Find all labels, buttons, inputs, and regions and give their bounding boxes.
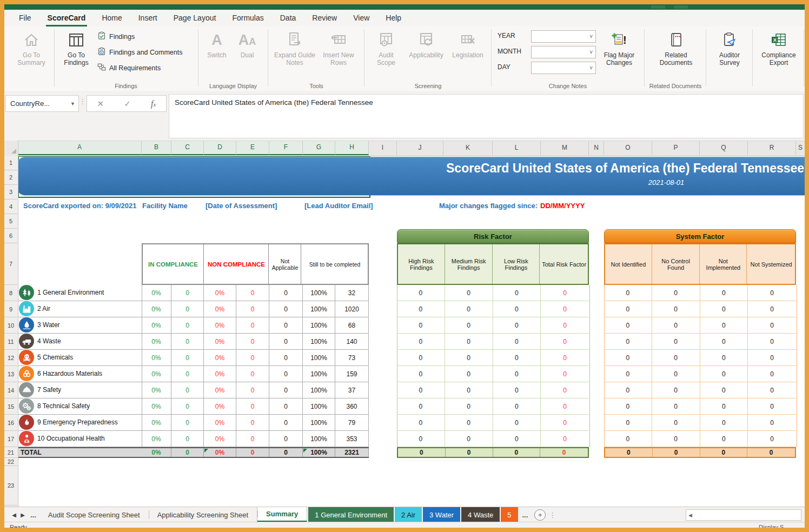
row-header-3[interactable]: 3 <box>4 185 17 200</box>
system-cell[interactable]: 0 <box>700 415 748 431</box>
risk-cell[interactable]: 0 <box>493 398 541 415</box>
compliance-cell[interactable]: 0 <box>269 382 303 398</box>
system-header-cell[interactable]: Not Identified <box>605 244 652 284</box>
risk-cell[interactable]: 0 <box>397 382 445 398</box>
risk-cell[interactable]: 0 <box>493 366 541 382</box>
compliance-cell[interactable]: 0 <box>236 285 269 301</box>
system-cell[interactable]: 0 <box>700 398 748 415</box>
compliance-cell[interactable]: 0 <box>269 415 303 431</box>
system-total-cell[interactable]: 0 <box>653 448 700 457</box>
category-row-water[interactable]: 3 Water <box>18 317 142 334</box>
row-header-4[interactable]: 4 <box>4 200 17 214</box>
compliance-cell[interactable]: 79 <box>335 415 369 431</box>
system-cell[interactable]: 0 <box>748 285 796 301</box>
compliance-cell[interactable]: 0% <box>204 285 236 301</box>
column-header-L[interactable]: L <box>493 141 541 155</box>
flagged-since-label[interactable]: Major changes flagged since: <box>439 202 538 210</box>
risk-header-cell[interactable]: High Risk Findings <box>398 244 445 284</box>
risk-header-cell[interactable]: Medium Risk Findings <box>446 244 493 284</box>
non-compliance-header-cell[interactable]: NON COMPLIANCE <box>204 244 269 284</box>
horizontal-scrollbar[interactable]: ◀ <box>686 509 801 521</box>
row-header-10[interactable]: 10 <box>4 317 17 334</box>
category-row-occupational-health[interactable]: 10 Occupational Health <box>18 431 142 447</box>
row-header-21[interactable]: 21 <box>4 447 17 458</box>
compliance-cell[interactable]: 1020 <box>335 301 369 317</box>
compliance-cell[interactable]: 100% <box>303 382 335 398</box>
month-dropdown[interactable]: ˅ <box>531 46 596 58</box>
column-header-K[interactable]: K <box>443 141 493 155</box>
system-cell[interactable]: 0 <box>604 317 652 334</box>
risk-cell[interactable]: 0 <box>397 301 445 317</box>
enter-check-icon[interactable]: ✓ <box>124 99 131 109</box>
system-total-cell[interactable]: 0 <box>747 448 795 457</box>
column-header-G[interactable]: G <box>303 141 335 155</box>
flagged-since-value[interactable]: DD/MM/YYYY <box>540 202 585 210</box>
system-cell[interactable]: 0 <box>652 301 700 317</box>
exported-on-text[interactable]: ScoreCard exported on: 9/09/2021 <box>23 202 137 210</box>
total-compliance-cell[interactable]: 0 <box>269 448 303 457</box>
column-header-Q[interactable]: Q <box>700 141 748 155</box>
system-header-cell[interactable]: No Control Found <box>653 244 700 284</box>
compliance-cell[interactable]: 0 <box>269 431 303 447</box>
risk-cell[interactable]: 0 <box>541 301 589 317</box>
compliance-cell[interactable]: 0 <box>171 301 204 317</box>
sheet-overflow-right[interactable]: ... <box>519 507 532 522</box>
system-cell[interactable]: 0 <box>652 334 700 350</box>
risk-cell[interactable]: 0 <box>397 285 445 301</box>
row-header-12[interactable]: 12 <box>4 350 17 366</box>
findings-and-comments-button[interactable]: Findings and Comments <box>97 47 182 57</box>
ribbon-tab-file[interactable]: File <box>11 10 39 26</box>
compliance-cell[interactable]: 0 <box>171 366 204 382</box>
compliance-cell[interactable]: 100% <box>303 301 335 317</box>
row-header-23[interactable]: 23 <box>4 466 17 506</box>
risk-cell[interactable]: 0 <box>493 334 541 350</box>
compliance-cell[interactable]: 0% <box>204 415 236 431</box>
sheet-nav-left-icon[interactable]: ◀ <box>10 507 18 522</box>
compliance-cell[interactable]: 0 <box>269 301 303 317</box>
column-header-M[interactable]: M <box>541 141 589 155</box>
compliance-cell[interactable]: 100% <box>303 317 335 334</box>
risk-cell[interactable]: 0 <box>541 285 589 301</box>
system-cell[interactable]: 0 <box>604 285 652 301</box>
compliance-cell[interactable]: 100% <box>303 431 335 447</box>
system-cell[interactable]: 0 <box>700 334 748 350</box>
name-box-dropdown-icon[interactable]: ▼ <box>70 101 78 107</box>
column-header-F[interactable]: F <box>269 141 303 155</box>
risk-cell[interactable]: 0 <box>493 285 541 301</box>
row-header-14[interactable]: 14 <box>4 382 17 398</box>
risk-cell[interactable]: 0 <box>541 398 589 415</box>
scroll-left-icon[interactable]: ◀ <box>686 513 692 518</box>
in-compliance-header-cell[interactable]: IN COMPLIANCE <box>143 244 204 284</box>
compliance-cell[interactable]: 0 <box>269 366 303 382</box>
ribbon-tab-insert[interactable]: Insert <box>130 10 165 26</box>
compliance-cell[interactable]: 0% <box>142 415 171 431</box>
system-cell[interactable]: 0 <box>748 301 796 317</box>
column-header-R[interactable]: R <box>748 141 796 155</box>
system-header-cell[interactable]: Not Implemented <box>700 244 747 284</box>
risk-cell[interactable]: 0 <box>541 366 589 382</box>
ribbon-tab-view[interactable]: View <box>345 10 377 26</box>
risk-cell[interactable]: 0 <box>397 350 445 366</box>
system-cell[interactable]: 0 <box>604 398 652 415</box>
category-row-waste[interactable]: 4 Waste <box>18 334 142 350</box>
risk-cell[interactable]: 0 <box>541 317 589 334</box>
system-factor-banner[interactable]: System Factor <box>604 229 796 243</box>
compliance-cell[interactable]: 0% <box>204 317 236 334</box>
risk-cell[interactable]: 0 <box>397 415 445 431</box>
compliance-cell[interactable]: 0% <box>142 301 171 317</box>
compliance-cell[interactable]: 37 <box>335 382 369 398</box>
compliance-cell[interactable]: 0% <box>204 301 236 317</box>
compliance-cell[interactable]: 0 <box>236 317 269 334</box>
system-cell[interactable]: 0 <box>748 382 796 398</box>
ribbon-tab-review[interactable]: Review <box>304 10 345 26</box>
tab-1-general-environment[interactable]: 1 General Environment <box>308 507 394 522</box>
tab-audit-scope-screening-sheet[interactable]: Audit Scope Screening Sheet <box>39 507 149 522</box>
column-header-S[interactable]: S <box>796 141 805 155</box>
risk-total-cell[interactable]: 0 <box>398 448 446 457</box>
tab-3-water[interactable]: 3 Water <box>423 507 460 522</box>
risk-header-cell[interactable]: Total Risk Factor <box>540 244 588 284</box>
select-all-corner[interactable] <box>4 141 18 156</box>
risk-cell[interactable]: 0 <box>493 317 541 334</box>
category-row-general-environment[interactable]: 1 General Environment <box>18 285 142 301</box>
system-cell[interactable]: 0 <box>652 350 700 366</box>
